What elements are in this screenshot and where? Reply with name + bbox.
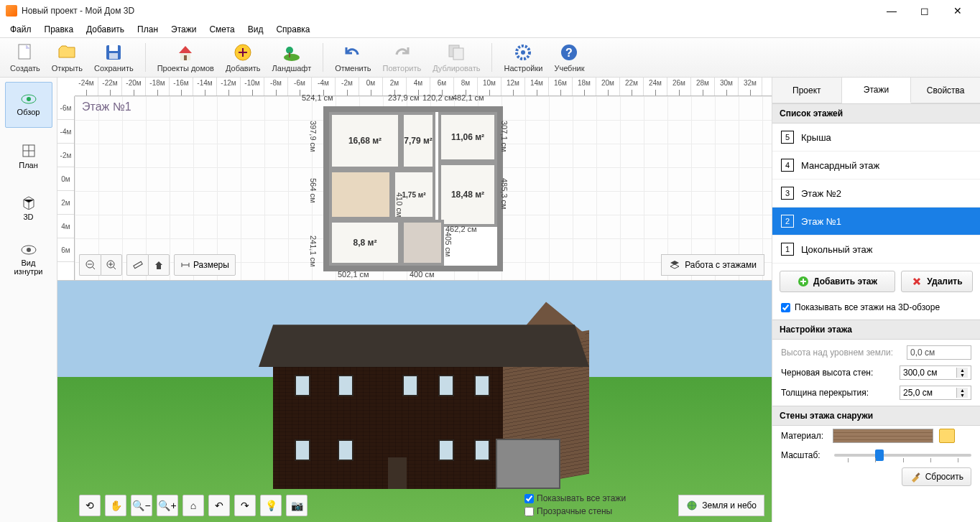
room-c[interactable]: 11,06 м²	[438, 112, 497, 162]
svg-rect-28	[157, 265, 161, 269]
slab-thickness-row: Толщина перекрытия: ▲▼	[781, 383, 971, 403]
menu-view[interactable]: Вид	[242, 23, 269, 36]
zoom-in-3d-button[interactable]: 🔍+	[157, 495, 178, 516]
pan-button[interactable]: ✋	[105, 495, 126, 516]
fit-button[interactable]: ⌂	[182, 495, 204, 516]
menu-plan[interactable]: План	[131, 23, 164, 36]
svg-point-23	[27, 248, 31, 252]
menu-add[interactable]: Добавить	[80, 23, 130, 36]
material-row: Материал:	[772, 426, 980, 446]
toolbar-tutorial[interactable]: ? Учебник	[550, 41, 588, 74]
new-file-icon	[15, 42, 35, 62]
home-button[interactable]	[148, 254, 170, 276]
svg-rect-3	[109, 45, 118, 51]
camera-icon: 📷	[291, 500, 303, 511]
toolbar-duplicate[interactable]: Дублировать	[428, 41, 484, 74]
scale-slider-row: Масштаб:	[772, 446, 980, 465]
tab-properties[interactable]: Свойства	[911, 78, 980, 103]
room-b[interactable]: 7,79 м²	[401, 112, 435, 169]
zoom-out-button[interactable]	[79, 254, 101, 276]
floorplan[interactable]: 16,68 м² 7,79 м² 11,06 м² 18,48 м² 1,75 …	[323, 106, 503, 271]
zoom-out-3d-button[interactable]: 🔍−	[131, 495, 152, 516]
ground-sky-button[interactable]: Земля и небо	[678, 495, 764, 516]
floor-list: 5Крыша 4Мансардный этаж 3Этаж №2 2Этаж №…	[772, 123, 980, 264]
zoom-out-icon	[85, 259, 96, 271]
layers-icon	[669, 259, 680, 271]
rotate-left-button[interactable]: ↶	[208, 495, 230, 516]
slider-thumb[interactable]	[875, 449, 884, 461]
walls-header: Стены этажа снаружи	[772, 406, 980, 426]
toolbar-new[interactable]: Создать	[6, 41, 45, 74]
wall-height-input[interactable]: ▲▼	[900, 365, 971, 380]
toolbar-undo[interactable]: Отменить	[330, 41, 375, 74]
rotate-right-button[interactable]: ↷	[234, 495, 256, 516]
floor-item-attic[interactable]: 4Мансардный этаж	[772, 152, 980, 180]
room-f[interactable]: 8,8 м²	[329, 220, 401, 266]
help-icon: ?	[559, 42, 579, 62]
toolbar-redo[interactable]: Повторить	[378, 41, 425, 74]
app-icon	[6, 5, 17, 17]
show-all-floors-check[interactable]: Показывать все этажи	[524, 492, 626, 505]
menu-help[interactable]: Справка	[270, 23, 315, 36]
reset-button[interactable]: Сбросить	[902, 467, 971, 486]
room-d[interactable]: 18,48 м²	[438, 162, 497, 227]
plan-viewport[interactable]: -24м-22м-20м-18м-16м-14м-12м-10м-8м-6м-4…	[57, 78, 772, 280]
delete-icon	[911, 276, 923, 287]
show-all-floors-3d-check[interactable]: Показывать все этажи на 3D-обзоре	[772, 299, 980, 320]
toolbar-landscape[interactable]: Ландшафт	[268, 41, 316, 74]
zoom-in-icon	[106, 259, 117, 271]
material-swatch[interactable]	[833, 429, 933, 443]
close-button[interactable]: ✕	[941, 0, 974, 22]
toolbar-add[interactable]: Добавить	[221, 41, 265, 74]
brush-icon	[910, 471, 921, 483]
menu-file[interactable]: Файл	[4, 23, 37, 36]
orbit-button[interactable]: ⟲	[79, 495, 101, 516]
floor-item-2[interactable]: 3Этаж №2	[772, 180, 980, 208]
view3d-toolbar: ⟲ ✋ 🔍− 🔍+ ⌂ ↶ ↷ 💡 📷	[79, 495, 308, 516]
room-bed[interactable]	[401, 220, 444, 266]
add-floor-button[interactable]: Добавить этаж	[780, 271, 895, 292]
camera-button[interactable]: 📷	[286, 495, 308, 516]
landscape-icon	[282, 42, 302, 62]
measure-button[interactable]	[126, 254, 148, 276]
view-inside-button[interactable]: Вид изнутри	[5, 237, 52, 283]
floor-item-1[interactable]: 2Этаж №1	[772, 208, 980, 236]
toolbar-open[interactable]: Открыть	[47, 41, 87, 74]
transparent-walls-check[interactable]: Прозрачные стены	[524, 505, 626, 518]
scale-slider[interactable]	[834, 454, 971, 457]
menu-estimate[interactable]: Смета	[203, 23, 240, 36]
3d-viewport[interactable]: ⟲ ✋ 🔍− 🔍+ ⌂ ↶ ↷ 💡 📷 Показывать все этажи…	[57, 280, 772, 522]
browse-material-button[interactable]	[939, 429, 955, 443]
cube-icon	[21, 195, 37, 210]
view-overview-button[interactable]: Обзор	[5, 82, 52, 128]
toolbar-save[interactable]: Сохранить	[90, 41, 138, 74]
redo-icon	[392, 42, 412, 62]
slab-thickness-input[interactable]: ▲▼	[900, 386, 971, 400]
hand-icon: ✋	[110, 500, 122, 511]
menu-edit[interactable]: Правка	[39, 23, 80, 36]
svg-rect-26	[133, 261, 142, 268]
room-a[interactable]: 16,68 м²	[329, 112, 401, 169]
globe-icon	[686, 500, 698, 511]
toolbar-house-projects[interactable]: Проекты домов	[153, 41, 218, 74]
svg-point-9	[284, 54, 300, 61]
room-living[interactable]	[329, 169, 392, 220]
zoom-in-button[interactable]	[101, 254, 122, 276]
menu-floors[interactable]: Этажи	[165, 23, 202, 36]
floor-item-basement[interactable]: 1Цокольный этаж	[772, 236, 980, 264]
dimensions-button[interactable]: Размеры	[174, 254, 236, 276]
menu-bar: Файл Правка Добавить План Этажи Смета Ви…	[0, 22, 980, 37]
floor-item-roof[interactable]: 5Крыша	[772, 123, 980, 152]
view-3d-button[interactable]: 3D	[5, 185, 52, 231]
work-with-floors-button[interactable]: Работа с этажами	[661, 254, 764, 276]
tab-floors[interactable]: Этажи	[842, 78, 912, 103]
maximize-button[interactable]: ◻	[908, 0, 941, 22]
view-plan-button[interactable]: План	[5, 134, 52, 180]
floor-settings-header: Настройки этажа	[772, 320, 980, 340]
minimize-button[interactable]: —	[875, 0, 908, 22]
tab-project[interactable]: Проект	[772, 78, 842, 103]
light-button[interactable]: 💡	[260, 495, 282, 516]
delete-floor-button[interactable]: Удалить	[901, 271, 973, 292]
toolbar-settings[interactable]: Настройки	[499, 41, 547, 74]
svg-point-15	[521, 50, 525, 55]
